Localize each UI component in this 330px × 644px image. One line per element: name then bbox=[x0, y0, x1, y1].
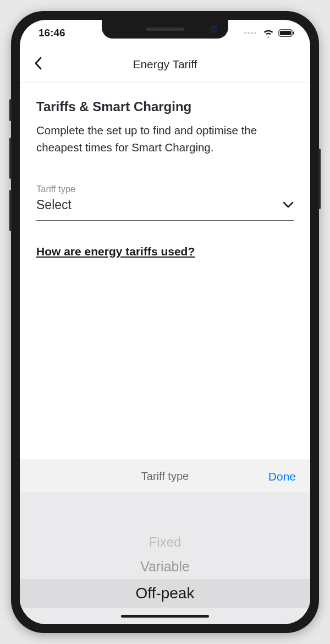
picker-container: Tariff type Done Fixed Variable Off-peak bbox=[20, 460, 310, 624]
notch bbox=[102, 20, 228, 39]
battery-icon bbox=[278, 29, 295, 37]
back-button[interactable] bbox=[34, 57, 42, 72]
speaker bbox=[146, 28, 184, 31]
picker-title: Tariff type bbox=[141, 470, 189, 483]
help-link[interactable]: How are energy tariffs used? bbox=[36, 245, 294, 258]
picker-header: Tariff type Done bbox=[20, 460, 310, 493]
picker-option-selected[interactable]: Off-peak bbox=[20, 579, 310, 608]
signal-dots bbox=[244, 32, 256, 34]
status-time: 16:46 bbox=[38, 27, 65, 39]
side-button bbox=[9, 190, 12, 231]
done-button[interactable]: Done bbox=[268, 470, 296, 483]
page-title: Energy Tariff bbox=[133, 58, 197, 71]
side-button bbox=[318, 149, 321, 209]
picker-wheel[interactable]: Fixed Variable Off-peak bbox=[20, 493, 310, 608]
chevron-down-icon bbox=[283, 201, 294, 208]
screen: 16:46 Energy Tari bbox=[20, 20, 310, 624]
chevron-left-icon bbox=[34, 57, 42, 70]
section-title: Tariffs & Smart Charging bbox=[36, 99, 294, 114]
home-indicator-area bbox=[20, 608, 310, 624]
nav-header: Energy Tariff bbox=[20, 46, 310, 83]
status-right bbox=[244, 29, 295, 37]
content-area: Tariffs & Smart Charging Complete the se… bbox=[20, 83, 310, 460]
field-value: Select bbox=[36, 198, 72, 212]
camera bbox=[211, 26, 217, 32]
home-indicator[interactable] bbox=[121, 615, 209, 618]
svg-rect-1 bbox=[280, 31, 291, 35]
tariff-type-select[interactable]: Select bbox=[36, 198, 294, 221]
side-button bbox=[9, 99, 12, 121]
field-label: Tariff type bbox=[36, 184, 294, 194]
svg-rect-2 bbox=[293, 32, 294, 35]
picker-option[interactable]: Fixed bbox=[20, 530, 310, 554]
tariff-type-field: Tariff type Select bbox=[36, 184, 294, 221]
wifi-icon bbox=[263, 29, 274, 37]
side-button bbox=[9, 138, 12, 179]
picker-option[interactable]: Variable bbox=[20, 554, 310, 579]
section-description: Complete the set up to find and optimise… bbox=[36, 122, 294, 156]
phone-frame: 16:46 Energy Tari bbox=[11, 11, 319, 633]
